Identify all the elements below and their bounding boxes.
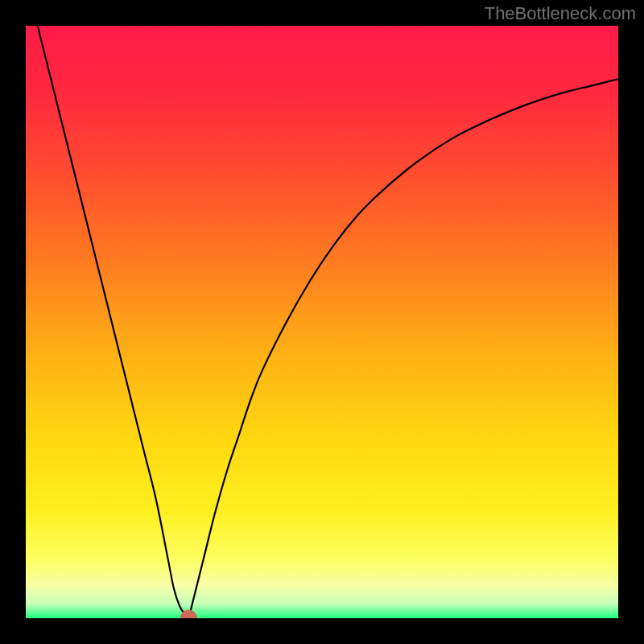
chart-frame: TheBottleneck.com (0, 0, 644, 644)
plot-background (26, 26, 618, 618)
bottleneck-chart (0, 0, 644, 644)
watermark-text: TheBottleneck.com (485, 3, 636, 24)
